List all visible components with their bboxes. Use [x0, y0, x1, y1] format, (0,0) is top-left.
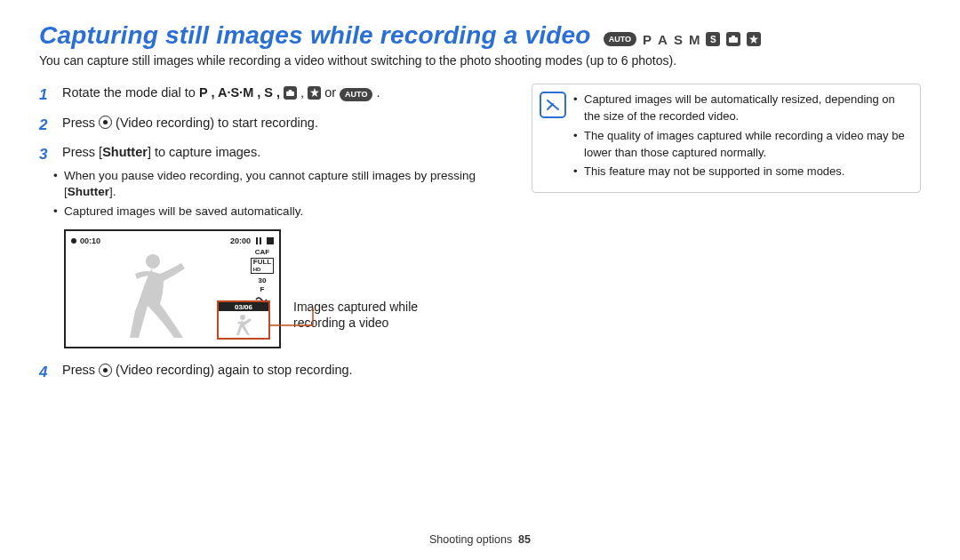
svg-marker-2	[749, 35, 758, 44]
diagram: 00:10 20:00 CAF FULLHD 30 F	[64, 229, 489, 348]
dancer-silhouette-icon	[92, 249, 217, 342]
thumb-header: 03/06	[219, 302, 268, 311]
thumb-dancer-icon	[229, 313, 256, 336]
svg-rect-1	[732, 36, 735, 38]
mode-letter-a: A	[658, 32, 668, 47]
step-body: Rotate the mode dial to P , A·S·M , S , …	[62, 84, 489, 107]
camera-icon	[284, 86, 297, 100]
thirty: 30	[259, 277, 267, 284]
footer-page-number: 85	[518, 533, 531, 546]
list-item: This feature may not be supported in som…	[573, 164, 911, 180]
lcd-topbar: 00:10 20:00	[71, 235, 274, 247]
page-title: Capturing still images while recording a…	[39, 21, 591, 50]
svg-rect-4	[289, 90, 292, 92]
step3-bullets: When you pause video recording, you cann…	[39, 168, 489, 221]
right-column: Captured images will be automatically re…	[532, 84, 921, 193]
step4-pre: Press	[62, 363, 99, 377]
step1-or: or	[321, 85, 340, 100]
f-label: F	[260, 286, 265, 293]
list-item: Captured images will be saved automatica…	[64, 204, 489, 220]
step-4: 4 Press (Video recording) again to stop …	[39, 361, 489, 384]
auto-pill: AUTO	[340, 88, 372, 101]
note-box: Captured images will be automatically re…	[532, 84, 921, 193]
step-2: 2 Press (Video recording) to start recor…	[39, 114, 489, 137]
mode-letter-p: P	[643, 32, 652, 47]
left-column: 1 Rotate the mode dial to P , A·S·M , S …	[39, 84, 489, 391]
list-item: Captured images will be automatically re…	[573, 92, 911, 125]
title-line: Capturing still images while recording a…	[39, 21, 921, 50]
page-footer: Shooting options 85	[0, 533, 960, 546]
step-number: 1	[39, 84, 52, 107]
list-item: When you pause video recording, you cann…	[64, 168, 489, 202]
mode-letter-s: S	[674, 32, 683, 47]
step4-post: (Video recording) again to stop recordin…	[112, 363, 353, 377]
intro-text: You can capture still images while recor…	[39, 53, 921, 68]
record-icon	[99, 116, 112, 129]
bullet1-a: When you pause video recording, you cann…	[64, 169, 476, 182]
list-item: The quality of images captured while rec…	[573, 128, 911, 162]
star-badge-icon	[747, 32, 761, 46]
svg-point-6	[146, 254, 160, 268]
step-number: 2	[39, 114, 52, 137]
record-icon	[99, 364, 112, 377]
step-1: 1 Rotate the mode dial to P , A·S·M , S …	[39, 84, 489, 107]
svg-marker-5	[310, 88, 319, 97]
step-3: 3 Press [Shutter] to capture images.	[39, 143, 489, 166]
bullet1-c: ].	[109, 185, 116, 198]
camera-lcd: 00:10 20:00 CAF FULLHD 30 F	[64, 229, 281, 348]
hd: HD	[253, 267, 261, 272]
s-badge: S	[706, 32, 720, 46]
rec-time: 00:10	[80, 236, 100, 245]
step1-modes: P , A·S·M , S ,	[199, 85, 284, 100]
star-icon	[308, 86, 321, 100]
thumb-count: 03/06	[235, 303, 252, 311]
step3-bold: Shutter	[102, 145, 148, 159]
step-number: 3	[39, 143, 52, 166]
title-mode-badges: AUTO P A S M S	[604, 32, 762, 47]
capture-thumbnail: 03/06	[217, 300, 270, 340]
rec-indicator: 00:10	[71, 236, 100, 245]
mode-letter-m: M	[689, 32, 700, 47]
step1-comma: ,	[297, 85, 308, 100]
step-body: Press [Shutter] to capture images.	[62, 143, 489, 166]
auto-badge-small: AUTO	[604, 32, 636, 46]
step3-post: ] to capture images.	[148, 145, 260, 159]
step2-post: (Video recording) to start recording.	[112, 116, 318, 130]
bullet1-bold: Shutter	[68, 185, 109, 198]
pause-icon	[256, 237, 261, 244]
diagram-caption: Images captured while recording a video	[293, 299, 471, 331]
footer-section: Shooting options	[429, 533, 512, 546]
remain-time: 20:00	[230, 236, 251, 245]
step2-pre: Press	[62, 116, 99, 130]
callout-line	[267, 229, 320, 345]
step-body: Press (Video recording) to start recordi…	[62, 114, 489, 137]
note-list: Captured images will be automatically re…	[573, 92, 911, 180]
step1-prefix: Rotate the mode dial to	[62, 85, 199, 100]
step1-suffix: .	[372, 85, 380, 100]
rec-dot-icon	[71, 238, 76, 244]
note-icon	[540, 92, 566, 118]
step-body: Press (Video recording) again to stop re…	[62, 361, 489, 384]
step3-pre: Press [	[62, 145, 102, 159]
step-number: 4	[39, 361, 52, 384]
camera-badge-icon	[726, 32, 740, 46]
